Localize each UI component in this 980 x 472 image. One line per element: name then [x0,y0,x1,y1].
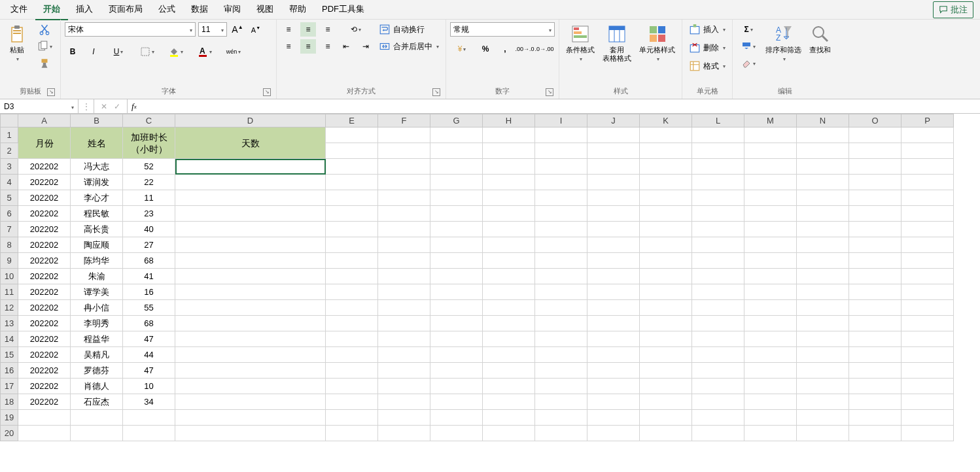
cell-P14[interactable] [901,331,954,347]
cell-M1[interactable] [744,127,797,143]
cell-G9[interactable] [430,253,483,269]
formula-input[interactable] [141,99,980,113]
cell-A13[interactable]: 202202 [18,316,71,331]
cell-P12[interactable] [901,300,954,316]
cell-O9[interactable] [849,253,901,269]
increase-font-button[interactable]: A▲ [230,22,245,37]
cell-D8[interactable] [175,237,326,253]
cell-F1[interactable] [378,127,430,143]
fx-icon[interactable]: fx [128,99,141,113]
clear-button[interactable] [737,56,760,71]
cell-K17[interactable] [640,379,692,394]
font-name-select[interactable]: 宋体 [65,22,196,37]
cell-L4[interactable] [692,175,744,190]
cell-P1[interactable] [901,127,954,143]
cell-C9[interactable]: 68 [123,253,175,269]
cell-H7[interactable] [483,222,535,237]
row-header-18[interactable]: 18 [1,394,18,410]
cell-B13[interactable]: 李明秀 [71,316,123,331]
cell-C6[interactable]: 23 [123,206,175,222]
cell-C18[interactable]: 34 [123,394,175,410]
cell-E17[interactable] [326,379,378,394]
cell-M11[interactable] [744,284,797,300]
cell-J11[interactable] [587,284,640,300]
cell-B9[interactable]: 陈均华 [71,253,123,269]
cell-O15[interactable] [849,347,901,363]
cell-M13[interactable] [744,316,797,331]
cell-F2[interactable] [378,143,430,159]
cell-L1[interactable] [692,127,744,143]
row-header-13[interactable]: 13 [1,316,18,331]
cell-J13[interactable] [587,316,640,331]
cell-K11[interactable] [640,284,692,300]
cell-D11[interactable] [175,284,326,300]
cell-D20[interactable] [175,426,326,441]
cell-P17[interactable] [901,379,954,394]
cell-J10[interactable] [587,269,640,284]
cell-G20[interactable] [430,426,483,441]
cell-D19[interactable] [175,410,326,426]
cell-M3[interactable] [744,159,797,175]
cell-N3[interactable] [797,159,849,175]
cell-I7[interactable] [535,222,587,237]
row-header-1[interactable]: 1 [1,127,18,143]
column-header-A[interactable]: A [18,114,71,127]
cell-M16[interactable] [744,363,797,379]
cell-A5[interactable]: 202202 [18,190,71,206]
cell-O6[interactable] [849,206,901,222]
menu-item-0[interactable]: 文件 [3,0,35,20]
cell-H19[interactable] [483,410,535,426]
cell-A4[interactable]: 202202 [18,175,71,190]
cell-F4[interactable] [378,175,430,190]
cell-M4[interactable] [744,175,797,190]
column-header-O[interactable]: O [849,114,901,127]
cell-J1[interactable] [587,127,640,143]
cell-E15[interactable] [326,347,378,363]
cell-A12[interactable]: 202202 [18,300,71,316]
cell-M20[interactable] [744,426,797,441]
cell-F13[interactable] [378,316,430,331]
cell-G2[interactable] [430,143,483,159]
cell-F19[interactable] [378,410,430,426]
cell-N1[interactable] [797,127,849,143]
name-box[interactable]: D3 [0,99,79,113]
cell-O14[interactable] [849,331,901,347]
font-size-select[interactable]: 11 [198,22,227,37]
cell-J3[interactable] [587,159,640,175]
cell-G13[interactable] [430,316,483,331]
column-header-I[interactable]: I [535,114,587,127]
cell-H6[interactable] [483,206,535,222]
cell-L14[interactable] [692,331,744,347]
cell-H5[interactable] [483,190,535,206]
column-header-G[interactable]: G [430,114,483,127]
cell-D9[interactable] [175,253,326,269]
cut-button[interactable] [37,22,52,37]
cell-M18[interactable] [744,394,797,410]
cell-K1[interactable] [640,127,692,143]
cell-F16[interactable] [378,363,430,379]
cell-M14[interactable] [744,331,797,347]
cell-D14[interactable] [175,331,326,347]
menu-item-9[interactable]: PDF工具集 [314,0,372,20]
font-color-button[interactable]: A [193,44,217,59]
cell-L8[interactable] [692,237,744,253]
cell-B19[interactable] [71,410,123,426]
row-header-14[interactable]: 14 [1,331,18,347]
cell-L10[interactable] [692,269,744,284]
cell-C3[interactable]: 52 [123,159,175,175]
cell-D17[interactable] [175,379,326,394]
menu-item-7[interactable]: 视图 [249,0,281,20]
cell-M17[interactable] [744,379,797,394]
cell-G11[interactable] [430,284,483,300]
cell-F20[interactable] [378,426,430,441]
cell-N12[interactable] [797,300,849,316]
percent-button[interactable]: % [478,42,493,56]
cell-K20[interactable] [640,426,692,441]
cell-A17[interactable]: 202202 [18,379,71,394]
cell-H15[interactable] [483,347,535,363]
column-header-M[interactable]: M [744,114,797,127]
cell-K4[interactable] [640,175,692,190]
cell-N9[interactable] [797,253,849,269]
cell-N4[interactable] [797,175,849,190]
cell-P5[interactable] [901,190,954,206]
